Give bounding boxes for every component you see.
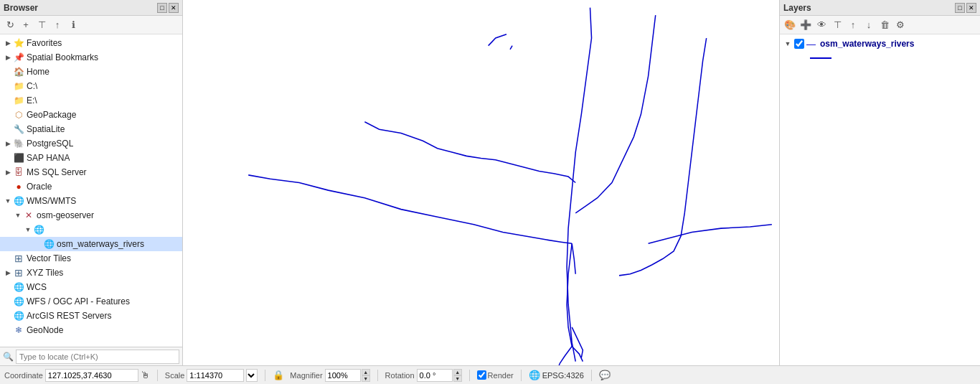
magnifier-spinbox: ▲ ▼: [325, 369, 370, 382]
vector-tiles-icon: ⊞: [13, 253, 24, 264]
magnifier-label: Magnifier: [290, 371, 322, 380]
scale-input[interactable]: [187, 369, 244, 382]
layers-move-up-btn[interactable]: ↑: [846, 18, 860, 32]
postgresql-icon: 🐘: [13, 139, 24, 149]
tree-item-osm-waterways[interactable]: 🌐 osm_waterways_rivers: [0, 237, 182, 251]
tree-item-geonode[interactable]: ❄ GeoNode: [0, 323, 182, 337]
layer-toggle-arrow[interactable]: ▼: [783, 40, 793, 47]
layer-item-osm-waterways[interactable]: ▼ — osm_waterways_rivers: [780, 36, 980, 52]
tree-item-spatialite[interactable]: 🔧 SpatiaLite: [0, 122, 182, 136]
divider-1: [157, 370, 158, 381]
epsg-section[interactable]: 🌐 EPSG:4326: [529, 370, 584, 380]
layers-add-btn[interactable]: ➕: [798, 18, 813, 32]
connection-icon: ✕: [23, 210, 34, 220]
osm-geoserver-toggle[interactable]: ▼: [13, 212, 23, 219]
tree-item-c-drive[interactable]: 📁 C:\: [0, 79, 182, 93]
tree-item-vector-tiles[interactable]: ⊞ Vector Tiles: [0, 251, 182, 266]
favorites-toggle[interactable]: ▶: [3, 39, 13, 47]
tree-item-sap-hana[interactable]: ⬛ SAP HANA: [0, 151, 182, 165]
browser-filter-btn[interactable]: ⊤: [34, 18, 49, 32]
c-drive-icon: 📁: [13, 81, 24, 91]
messages-icon[interactable]: 💬: [599, 370, 611, 380]
layers-show-all-btn[interactable]: 👁: [814, 18, 829, 32]
spatialite-label: SpatiaLite: [27, 124, 65, 134]
map-canvas-area[interactable]: [183, 0, 779, 365]
magnifier-down-btn[interactable]: ▼: [362, 375, 370, 382]
layers-remove-btn[interactable]: 🗑: [877, 18, 892, 32]
tree-item-geopackage[interactable]: ⬡ GeoPackage: [0, 108, 182, 122]
geopackage-icon: ⬡: [13, 110, 24, 120]
scale-dropdown-select[interactable]: ▼: [246, 369, 258, 382]
geopackage-label: GeoPackage: [27, 110, 76, 120]
tree-item-postgresql[interactable]: ▶ 🐘 PostgreSQL: [0, 136, 182, 151]
e-drive-toggle: [3, 97, 13, 104]
globe-icon: 🌐: [33, 225, 44, 235]
favorites-label: Favorites: [27, 38, 62, 48]
rotation-up-btn[interactable]: ▲: [453, 369, 462, 375]
tree-item-mssql[interactable]: ▶ 🗄 MS SQL Server: [0, 165, 182, 179]
layer-symbol-area: [780, 52, 980, 65]
tree-item-osm-geoserver[interactable]: ▼ ✕ osm-geoserver: [0, 208, 182, 223]
magnifier-up-btn[interactable]: ▲: [362, 369, 370, 375]
rotation-down-btn[interactable]: ▼: [453, 375, 462, 382]
wms-wmts-toggle[interactable]: ▼: [3, 197, 13, 205]
c-drive-toggle: [3, 83, 13, 90]
mssql-icon: 🗄: [13, 167, 24, 177]
xyz-tiles-icon: ⊞: [13, 267, 24, 278]
layer-name-label: osm_waterways_rivers: [820, 39, 914, 49]
render-section: Render: [477, 370, 514, 380]
spatialite-icon: 🔧: [13, 124, 24, 134]
coordinate-icon: 🖱: [141, 370, 150, 380]
browser-info-btn[interactable]: ℹ: [66, 18, 80, 32]
scale-section: Scale ▼: [165, 369, 258, 382]
spatial-bookmarks-label: Spatial Bookmarks: [27, 52, 98, 62]
tree-item-oracle[interactable]: ● Oracle: [0, 179, 182, 194]
spatial-bookmarks-toggle[interactable]: ▶: [3, 54, 13, 61]
layers-move-down-btn[interactable]: ↓: [862, 18, 876, 32]
layer-visibility-checkbox[interactable]: [794, 39, 804, 49]
xyz-tiles-toggle[interactable]: ▶: [3, 269, 13, 276]
browser-minimize-btn[interactable]: □: [157, 3, 167, 13]
oracle-label: Oracle: [27, 182, 52, 192]
browser-refresh-btn[interactable]: ↻: [3, 18, 17, 32]
layers-options-btn[interactable]: ⚙: [893, 18, 908, 32]
coordinate-input[interactable]: [45, 369, 138, 382]
layers-panel-header: Layers □ ✕: [780, 0, 980, 16]
rotation-input[interactable]: [417, 369, 453, 382]
geonode-icon: ❄: [13, 325, 24, 335]
render-label: Render: [488, 371, 514, 380]
postgresql-toggle[interactable]: ▶: [3, 140, 13, 147]
tree-item-wms-wmts[interactable]: ▼ 🌐 WMS/WMTS: [0, 194, 182, 208]
wfs-icon: 🌐: [13, 296, 24, 306]
tree-item-favorites[interactable]: ▶ ⭐ Favorites: [0, 36, 182, 50]
tree-item-home[interactable]: 🏠 Home: [0, 65, 182, 79]
browser-add-btn[interactable]: +: [19, 18, 33, 32]
osm-globe-toggle[interactable]: ▼: [23, 226, 33, 233]
home-icon: 🏠: [13, 67, 24, 77]
mssql-toggle[interactable]: ▶: [3, 169, 13, 176]
layers-minimize-btn[interactable]: □: [955, 3, 965, 13]
magnifier-input[interactable]: [325, 369, 361, 382]
browser-remove-btn[interactable]: ↑: [50, 18, 65, 32]
layers-open-btn[interactable]: 🎨: [783, 18, 797, 32]
wfs-label: WFS / OGC API - Features: [27, 296, 130, 306]
tree-item-e-drive[interactable]: 📁 E:\: [0, 93, 182, 108]
browser-panel-header: Browser □ ✕: [0, 0, 182, 16]
tree-item-wfs-ogc[interactable]: 🌐 WFS / OGC API - Features: [0, 294, 182, 309]
layers-close-btn[interactable]: ✕: [966, 3, 976, 13]
browser-search-input[interactable]: [16, 350, 179, 364]
scale-label: Scale: [165, 371, 185, 380]
epsg-value[interactable]: EPSG:4326: [542, 371, 584, 380]
tree-item-wcs[interactable]: 🌐 WCS: [0, 280, 182, 294]
wcs-icon: 🌐: [13, 282, 24, 292]
tree-item-xyz-tiles[interactable]: ▶ ⊞ XYZ Tiles: [0, 266, 182, 280]
map-canvas[interactable]: [183, 0, 779, 365]
tree-item-spatial-bookmarks[interactable]: ▶ 📌 Spatial Bookmarks: [0, 50, 182, 65]
tree-item-osm-globe[interactable]: ▼ 🌐: [0, 223, 182, 237]
arcgis-label: ArcGIS REST Servers: [27, 311, 111, 321]
render-checkbox[interactable]: [477, 370, 486, 380]
tree-item-arcgis-rest[interactable]: 🌐 ArcGIS REST Servers: [0, 309, 182, 323]
browser-close-btn[interactable]: ✕: [169, 3, 179, 13]
layers-filter-btn[interactable]: ⊤: [830, 18, 844, 32]
sap-icon: ⬛: [13, 153, 24, 163]
